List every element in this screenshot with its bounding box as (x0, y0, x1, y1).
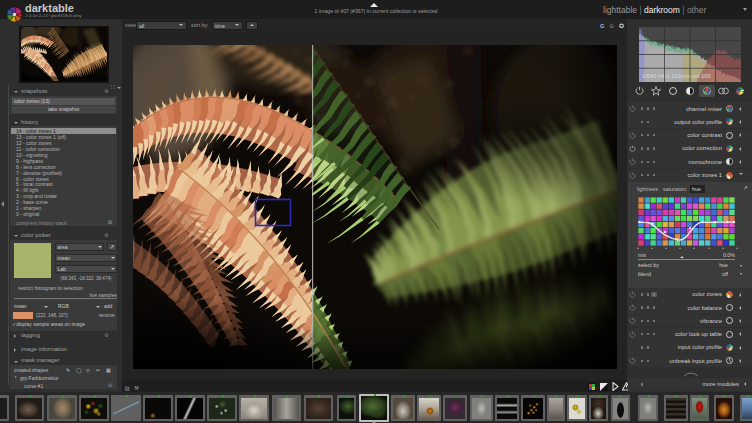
svg-text:1/640 f/4.0 102mm iso 100: 1/640 f/4.0 102mm iso 100 (642, 73, 711, 79)
